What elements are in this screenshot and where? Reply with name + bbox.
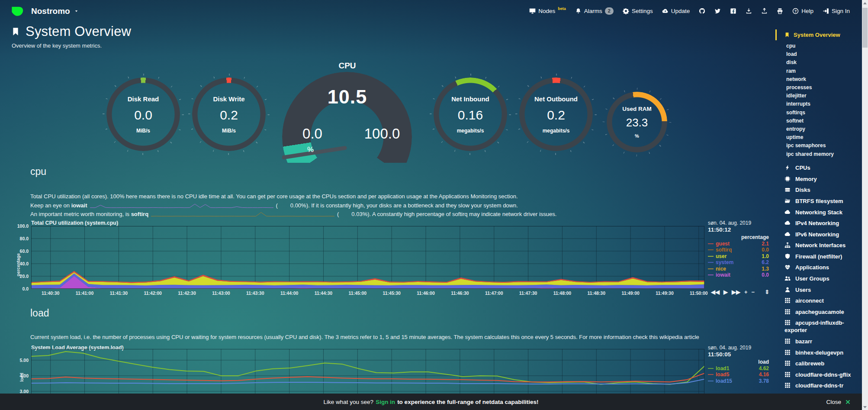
- cpu-chart-canvas[interactable]: [31, 226, 704, 289]
- x-tick-label: 11:43:00: [207, 291, 235, 296]
- x-tick-label: 11:50:00: [685, 291, 713, 296]
- legend-row-nice[interactable]: nice1.3: [708, 266, 769, 272]
- sidebar-subitem-ipc-semaphores[interactable]: ipc semaphores: [786, 142, 862, 150]
- sidebar-item-cpus[interactable]: CPUs: [784, 162, 858, 174]
- zoom-in-button[interactable]: +: [744, 289, 748, 295]
- banner-close-button[interactable]: Close: [826, 399, 851, 405]
- sidebar-subitem-processes[interactable]: processes: [786, 84, 862, 92]
- play-button[interactable]: ▶: [723, 289, 728, 295]
- cpu-utilization-chart[interactable]: Total CPU utilization (system.cpu)søn. 0…: [0, 219, 775, 302]
- nav-export[interactable]: [746, 8, 752, 14]
- sidebar-subitem-softnet[interactable]: softnet: [786, 117, 862, 125]
- sidebar-item-network-interfaces[interactable]: Network Interfaces: [784, 240, 858, 251]
- nav-alarms[interactable]: Alarms2: [575, 7, 614, 15]
- close-label: Close: [826, 399, 841, 405]
- x-tick-label: 11:44:00: [275, 291, 304, 296]
- bookmark-icon: [11, 26, 20, 37]
- sidebar-item-bazarr[interactable]: bazarr: [784, 336, 858, 347]
- sidebar-subitem-uptime[interactable]: uptime: [786, 133, 862, 142]
- gauge-net-outbound[interactable]: Net Outbound0.2megabits/s: [519, 77, 593, 151]
- nav-update[interactable]: Update: [662, 8, 690, 14]
- sidebar-subitem-network[interactable]: network: [786, 75, 862, 84]
- grid-icon: [784, 309, 792, 315]
- sidebar-item-ipv6-networking[interactable]: IPv6 Networking: [784, 229, 858, 240]
- sidebar-item-calibreweb[interactable]: calibreweb: [784, 358, 858, 369]
- gauge-label: Disk Write: [213, 95, 244, 103]
- pan-backward-button[interactable]: ◀◀: [711, 289, 720, 295]
- sidebar-subitem-entropy[interactable]: entropy: [786, 125, 862, 133]
- sidebar-item-applications[interactable]: Applications: [784, 262, 858, 273]
- shield-icon: [784, 253, 792, 259]
- scrollbar-down-arrow[interactable]: [862, 404, 868, 410]
- nav-github[interactable]: [699, 8, 705, 14]
- pan-forward-button[interactable]: ▶▶: [732, 289, 740, 295]
- gauge-disk-write[interactable]: Disk Write0.2MiB/s: [192, 77, 266, 151]
- sidebar-item-memory[interactable]: Memory: [784, 173, 858, 184]
- legend-row-load1[interactable]: load14.62: [708, 365, 769, 371]
- page-title: System Overview: [11, 24, 131, 39]
- legend-row-softirq[interactable]: softirq0.0: [708, 247, 769, 253]
- banner-signin-link[interactable]: Sign in: [376, 399, 395, 405]
- nav-facebook[interactable]: [730, 8, 736, 14]
- nav-import[interactable]: [761, 8, 768, 14]
- nav-nodes-label: Nodes: [538, 8, 555, 14]
- sidebar-subitem-disk[interactable]: disk: [786, 58, 862, 67]
- legend-row-guest[interactable]: guest2.1: [708, 241, 769, 247]
- scrollbar-up-arrow[interactable]: [862, 0, 868, 6]
- sidebar-item-cloudflare-ddns-tr[interactable]: cloudflare-ddns-tr: [784, 380, 858, 391]
- sidebar-item-airconnect[interactable]: airconnect: [784, 295, 858, 307]
- cpu-gauge[interactable]: CPU 10.5 0.0 100.0 %: [281, 61, 413, 163]
- resize-button[interactable]: ⇕: [765, 289, 769, 295]
- gauge-used-ram[interactable]: Used RAM23.3%: [607, 92, 667, 152]
- gear-icon: [623, 8, 629, 14]
- page-scrollbar[interactable]: [862, 0, 868, 410]
- gauge-unit: MiB/s: [136, 128, 150, 134]
- hostname-dropdown[interactable]: Nostromo: [31, 6, 79, 16]
- gauge-label: Used RAM: [622, 106, 652, 112]
- load-intro-text: Current system load, i.e. the number of …: [30, 334, 775, 340]
- sidebar-item-users[interactable]: Users: [784, 284, 858, 295]
- iowait-sparkline: [90, 203, 273, 208]
- page-subtitle: Overview of the key system metrics.: [12, 42, 131, 49]
- sidebar-item-system-overview[interactable]: System Overview: [775, 30, 862, 39]
- gauge-net-inbound[interactable]: Net Inbound0.16megabits/s: [434, 77, 507, 151]
- gauge-disk-read[interactable]: Disk Read0.0MiB/s: [106, 77, 180, 151]
- cpu-iowait-line: Keep an eye on iowait( 0.00%). If it is …: [30, 202, 775, 211]
- alarms-count-badge: 2: [605, 7, 614, 15]
- sidebar-subitem-idlejitter[interactable]: idlejitter: [786, 92, 862, 100]
- sidebar-subitem-load[interactable]: load: [786, 50, 862, 58]
- sidebar-item-btrfs-filesystem[interactable]: BTRFS filesystem: [784, 196, 858, 207]
- sidebar-subitem-cpu[interactable]: cpu: [786, 42, 862, 50]
- legend-row-system[interactable]: system6.2: [708, 259, 769, 265]
- sidebar-item-apcupsd-influxdb-exporter[interactable]: apcupsd-influxdb-exporter: [784, 317, 858, 336]
- legend-row-iowait[interactable]: iowait0.0: [708, 272, 769, 278]
- sidebar-subitem-interrupts[interactable]: interrupts: [786, 100, 862, 108]
- netdata-logo-icon: [10, 5, 25, 18]
- sidebar-item-cloudflare-ddns-gflix[interactable]: cloudflare-ddns-gflix: [784, 369, 858, 381]
- sidebar-item-firewall-netfilter-[interactable]: Firewall (netfilter): [784, 251, 858, 262]
- nav-twitter[interactable]: [714, 8, 721, 14]
- x-tick-label: 11:49:30: [650, 291, 679, 296]
- sidebar-subitem-softirqs[interactable]: softirqs: [786, 109, 862, 117]
- legend-row-load15[interactable]: load153.78: [708, 378, 769, 384]
- sidebar-item-user-groups[interactable]: User Groups: [784, 273, 858, 284]
- upload-icon: [761, 8, 768, 14]
- cpu-gauge-title: CPU: [281, 61, 413, 71]
- chart-toolbar: ◀◀▶▶▶+−⇕: [711, 289, 769, 295]
- load-section-heading: load: [30, 307, 775, 319]
- legend-row-user[interactable]: user1.0: [708, 253, 769, 259]
- sidebar-subitem-ipc-shared-memory[interactable]: ipc shared memory: [786, 150, 862, 158]
- sidebar-item-networking-stack[interactable]: Networking Stack: [784, 207, 858, 218]
- sidebar-item-apacheguacamole[interactable]: apacheguacamole: [784, 307, 858, 318]
- user-icon: [784, 287, 792, 293]
- zoom-out-button[interactable]: −: [752, 289, 755, 295]
- sidebar-item-ipv4-networking[interactable]: IPv4 Networking: [784, 218, 858, 229]
- legend-row-load5[interactable]: load54.16: [708, 371, 769, 378]
- sidebar-item-binhex-delugevpn[interactable]: binhex-delugevpn: [784, 347, 858, 358]
- scrollbar-thumb[interactable]: [862, 8, 868, 48]
- nav-settings[interactable]: Settings: [623, 8, 653, 14]
- x-tick-label: 11:42:00: [138, 291, 167, 296]
- sidebar-subitem-ram[interactable]: ram: [786, 67, 862, 75]
- sidebar-item-disks[interactable]: Disks: [784, 184, 858, 196]
- nav-nodes[interactable]: Nodesbeta: [529, 8, 566, 14]
